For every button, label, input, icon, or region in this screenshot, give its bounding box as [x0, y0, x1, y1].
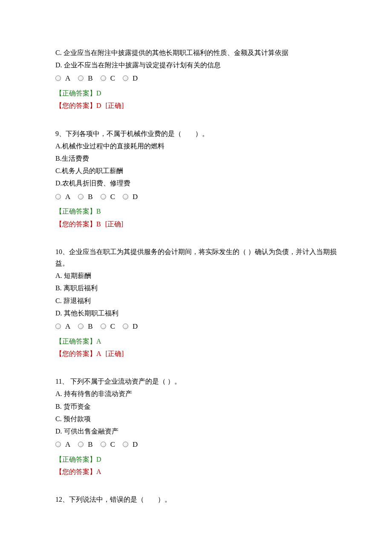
option-line: D. 可供出售金融资产 [55, 425, 337, 437]
radio-label: A [65, 321, 70, 333]
radio-label: B [88, 439, 92, 451]
option-line: C. 企业应当在附注中披露提供的其他长期职工福利的性质、金额及其计算依据 [55, 47, 337, 58]
user-value: A [96, 468, 101, 475]
option-line: B.生活费费 [55, 153, 337, 164]
option-line: B. 离职后福利 [55, 282, 337, 294]
option-line: C.机务人员的职工薪酬 [55, 165, 337, 176]
option-line: A. 持有待售的非流动资产 [55, 388, 337, 399]
correct-value: D [96, 456, 101, 463]
question-block: 10、企业应当在职工为其提供服务的会计期间，将实际发生的（ ）确认为负债，并计入… [55, 246, 337, 359]
correct-prefix: 【正确答案】 [55, 338, 96, 345]
radio-label: C [110, 321, 115, 333]
question-block: C. 企业应当在附注中披露提供的其他长期职工福利的性质、金额及其计算依据 D. … [55, 47, 337, 112]
radio-row: A B C D [55, 321, 337, 333]
radio-icon[interactable] [78, 324, 84, 329]
user-value: B [96, 220, 101, 228]
correct-answer-line: 【正确答案】D [55, 87, 337, 99]
radio-icon[interactable] [55, 75, 61, 81]
radio-icon[interactable] [101, 324, 106, 329]
option-line: B. 货币资金 [55, 401, 337, 412]
correct-prefix: 【正确答案】 [55, 208, 96, 215]
correct-prefix: 【正确答案】 [55, 456, 96, 463]
radio-icon[interactable] [101, 442, 106, 447]
option-line: D. 企业不应当在附注中披露与设定提存计划有关的信息 [55, 59, 337, 71]
radio-label: B [88, 72, 92, 85]
radio-icon[interactable] [55, 442, 61, 447]
radio-label: C [110, 191, 115, 203]
question-stem: 12、下列说法中，错误的是（ ）。 [55, 494, 337, 505]
radio-row: A B C D [55, 439, 337, 451]
radio-label: A [65, 72, 70, 85]
user-value: A [96, 350, 101, 357]
option-line: D. 其他长期职工福利 [55, 307, 337, 319]
option-line: A.机械作业过程中的直接耗用的燃料 [55, 140, 337, 152]
radio-label: D [133, 72, 138, 85]
radio-label: D [133, 321, 138, 333]
radio-icon[interactable] [123, 324, 128, 329]
question-block: 12、下列说法中，错误的是（ ）。 [55, 494, 337, 505]
correct-answer-line: 【正确答案】B [55, 205, 337, 217]
user-answer-line: 【您的答案】D[正确] [55, 100, 337, 111]
user-prefix: 【您的答案】 [55, 220, 96, 228]
correct-value: D [96, 90, 101, 97]
radio-row: A B C D [55, 72, 337, 85]
question-stem: 10、企业应当在职工为其提供服务的会计期间，将实际发生的（ ）确认为负债，并计入… [55, 246, 337, 269]
user-prefix: 【您的答案】 [55, 102, 96, 109]
radio-icon[interactable] [78, 442, 84, 447]
radio-label: D [133, 191, 138, 203]
user-answer-line: 【您的答案】A [55, 466, 337, 477]
radio-icon[interactable] [101, 75, 106, 81]
question-stem: 11、 下列不属于企业流动资产的是（ ）。 [55, 376, 337, 387]
correct-value: A [96, 338, 101, 345]
option-line: A. 短期薪酬 [55, 270, 337, 281]
radio-label: C [110, 72, 115, 85]
correct-tag: [正确] [106, 102, 124, 109]
correct-prefix: 【正确答案】 [55, 90, 96, 97]
option-line: C. 预付款项 [55, 413, 337, 425]
option-line: D.农机具折旧费、修理费 [55, 177, 337, 189]
correct-value: B [96, 208, 101, 215]
radio-label: D [133, 439, 138, 451]
correct-answer-line: 【正确答案】D [55, 454, 337, 465]
radio-icon[interactable] [55, 194, 61, 199]
radio-icon[interactable] [78, 75, 84, 81]
option-line: C. 辞退福利 [55, 295, 337, 306]
correct-answer-line: 【正确答案】A [55, 335, 337, 347]
user-prefix: 【您的答案】 [55, 350, 96, 357]
radio-label: B [88, 321, 92, 333]
question-block: 9、下列各项中，不属于机械作业费的是（ ）。 A.机械作业过程中的直接耗用的燃料… [55, 128, 337, 230]
radio-icon[interactable] [123, 194, 128, 199]
radio-icon[interactable] [101, 194, 106, 199]
question-block: 11、 下列不属于企业流动资产的是（ ）。 A. 持有待售的非流动资产 B. 货… [55, 376, 337, 477]
radio-icon[interactable] [78, 194, 84, 199]
correct-tag: [正确] [106, 350, 124, 357]
radio-label: A [65, 439, 70, 451]
user-answer-line: 【您的答案】A[正确] [55, 348, 337, 359]
radio-icon[interactable] [55, 324, 61, 329]
correct-tag: [正确] [105, 220, 124, 228]
radio-icon[interactable] [123, 75, 128, 81]
question-stem: 9、下列各项中，不属于机械作业费的是（ ）。 [55, 128, 337, 139]
user-value: D [96, 102, 101, 109]
radio-label: C [110, 439, 115, 451]
radio-row: A B C D [55, 191, 337, 203]
radio-label: B [88, 191, 92, 203]
user-prefix: 【您的答案】 [55, 468, 96, 475]
radio-icon[interactable] [123, 442, 128, 447]
user-answer-line: 【您的答案】B[正确] [55, 218, 337, 230]
radio-label: A [65, 191, 70, 203]
